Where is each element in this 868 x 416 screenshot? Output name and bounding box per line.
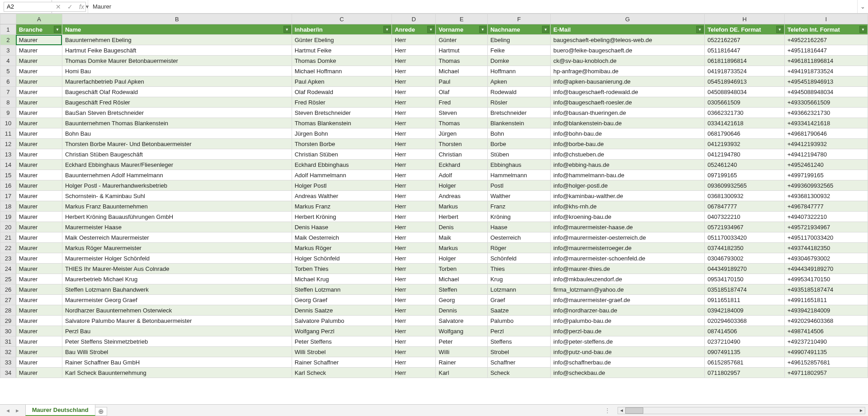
cell[interactable]: info@bausan-thueringen.de <box>551 108 705 118</box>
fx-icon[interactable]: fx <box>79 3 84 10</box>
cell[interactable]: info@baugeschaeft-roesler.de <box>551 97 705 108</box>
cell[interactable]: Baugeschäft Olaf Rodewald <box>62 87 292 97</box>
formula-input[interactable]: Maurer <box>88 0 857 13</box>
cell[interactable]: +49681790646 <box>784 128 868 139</box>
cell[interactable]: Blankenstein <box>487 118 550 128</box>
cell[interactable]: Jürgen <box>436 128 487 139</box>
cell[interactable]: +49522162267 <box>784 35 868 45</box>
cell[interactable]: Maurer <box>16 232 62 243</box>
cell[interactable]: 087414506 <box>705 326 785 336</box>
cell[interactable]: Maurer <box>16 264 62 274</box>
cell[interactable]: +4945088948034 <box>784 87 868 97</box>
cell[interactable]: 045088948034 <box>705 87 785 97</box>
column-header-C[interactable]: C <box>292 14 392 24</box>
cell[interactable]: Christian Stüben <box>292 149 392 160</box>
cell[interactable]: Bauunternehmen Ebeling <box>62 35 292 45</box>
cell[interactable]: +4941918733524 <box>784 66 868 76</box>
cell[interactable]: Herr <box>392 170 436 180</box>
cell[interactable]: 0305661509 <box>705 97 785 108</box>
cell[interactable]: 03681300932 <box>705 191 785 201</box>
cell[interactable]: 03662321730 <box>705 108 785 118</box>
cell[interactable]: Bau Willi Strobel <box>62 347 292 357</box>
sheet-tab-active[interactable]: Maurer Deutschland <box>25 404 95 416</box>
cell[interactable]: Maurer <box>16 76 62 87</box>
cell[interactable]: Andreas <box>436 191 487 201</box>
cell[interactable]: Oesterreich <box>487 232 550 243</box>
cell[interactable]: Röger <box>487 243 550 253</box>
row-header[interactable]: 27 <box>0 295 16 305</box>
cell[interactable]: Herr <box>392 284 436 295</box>
cell[interactable]: 03341421618 <box>705 118 785 128</box>
cell[interactable]: firma_lotzmann@yahoo.de <box>551 284 705 295</box>
cell[interactable]: 03744182350 <box>705 243 785 253</box>
cell[interactable]: Maurer <box>16 336 62 347</box>
cell[interactable]: Apken <box>487 76 550 87</box>
column-header-I[interactable]: I <box>784 14 868 24</box>
cell[interactable]: +4961811896814 <box>784 56 868 66</box>
cell[interactable]: Dennis Saatze <box>292 305 392 316</box>
cell[interactable]: Kröning <box>487 212 550 222</box>
cell[interactable]: Franz <box>487 201 550 212</box>
cell[interactable]: +4954518946913 <box>784 76 868 87</box>
cell[interactable]: Krug <box>487 274 550 284</box>
scroll-left-icon[interactable]: ◄ <box>618 407 625 414</box>
cell[interactable]: Markus Franz <box>292 201 392 212</box>
cell[interactable]: +49511816447 <box>784 45 868 56</box>
cell[interactable]: info@holger-postl.de <box>551 180 705 191</box>
cell[interactable]: Walther <box>487 191 550 201</box>
row-header[interactable]: 9 <box>0 108 16 118</box>
cell[interactable]: Maik Oesterreich <box>292 232 392 243</box>
cell[interactable]: info@maurermeister-oesterreich.de <box>551 232 705 243</box>
cell[interactable]: Herr <box>392 139 436 149</box>
cell[interactable]: Adolf Hammelmann <box>292 170 392 180</box>
cell[interactable]: +4997199165 <box>784 170 868 180</box>
cell[interactable]: Holger <box>436 253 487 264</box>
cell[interactable]: Peter Steffens <box>292 336 392 347</box>
cell[interactable]: 035185187474 <box>705 284 785 295</box>
cell[interactable]: Herr <box>392 232 436 243</box>
cell[interactable]: Günter Ebeling <box>292 35 392 45</box>
cell[interactable]: info@borbe-bau.de <box>551 139 705 149</box>
tab-splitter[interactable]: ⋮ <box>600 405 615 416</box>
cell[interactable]: Michael <box>436 66 487 76</box>
cell[interactable]: Herr <box>392 305 436 316</box>
row-header[interactable]: 31 <box>0 336 16 347</box>
cell[interactable]: Eckhard <box>436 160 487 170</box>
cell[interactable]: Hammelmann <box>487 170 550 180</box>
cell[interactable]: info@maurermeisterroeger.de <box>551 243 705 253</box>
filter-button[interactable]: ▼ <box>859 26 867 33</box>
row-header[interactable]: 19 <box>0 212 16 222</box>
cell[interactable]: ck@sv-bau-knobloch.de <box>551 56 705 66</box>
row-header[interactable]: 3 <box>0 45 16 56</box>
cell[interactable]: info@blankenstein-bau.de <box>551 118 705 128</box>
column-header-E[interactable]: E <box>436 14 487 24</box>
cell[interactable]: +4987414506 <box>784 326 868 336</box>
row-header[interactable]: 16 <box>0 180 16 191</box>
scroll-right-icon[interactable]: ► <box>858 407 865 414</box>
cell[interactable]: Olaf <box>436 87 487 97</box>
cell[interactable]: Maurer <box>16 180 62 191</box>
cell[interactable]: Salvatore Palumbo Maurer & Betonbauermei… <box>62 316 292 326</box>
cell[interactable]: Herr <box>392 160 436 170</box>
cell[interactable]: Paul Apken <box>292 76 392 87</box>
cell[interactable]: 03942184009 <box>705 305 785 316</box>
cell[interactable]: Denis <box>436 222 487 232</box>
cell[interactable]: Maurer <box>16 149 62 160</box>
select-all-corner[interactable] <box>0 14 16 24</box>
cell[interactable]: info@hammelmann-bau.de <box>551 170 705 180</box>
cell[interactable]: Palumbo <box>487 316 550 326</box>
cell[interactable]: Markus Röger <box>292 243 392 253</box>
cell[interactable]: Strobel <box>487 347 550 357</box>
cell[interactable]: Holger Postl - Maurerhandwerksbetrieb <box>62 180 292 191</box>
cell[interactable]: Maurer <box>16 368 62 378</box>
cell[interactable]: Herr <box>392 357 436 368</box>
column-header-D[interactable]: D <box>392 14 436 24</box>
cell[interactable]: Maurerbetrieb Michael Krug <box>62 274 292 284</box>
cell[interactable]: 044349189270 <box>705 264 785 274</box>
cell[interactable]: Feike <box>487 45 550 56</box>
cell[interactable]: info@bohn-bau.de <box>551 128 705 139</box>
cell[interactable]: Rainer Schaffner Bau GmbH <box>62 357 292 368</box>
cell[interactable]: +493046793002 <box>784 253 868 264</box>
cell[interactable]: Maurer <box>16 212 62 222</box>
cell[interactable]: info@baugeschaeft-rodewald.de <box>551 87 705 97</box>
